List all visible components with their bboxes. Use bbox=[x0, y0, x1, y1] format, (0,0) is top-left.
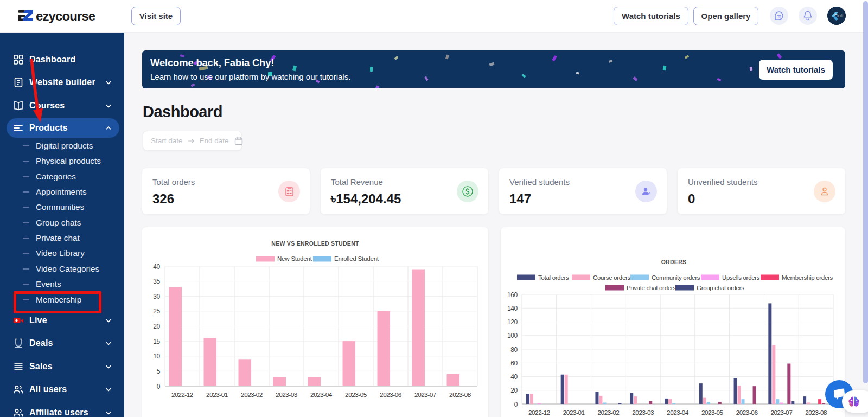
svg-text:5: 5 bbox=[157, 368, 161, 375]
svg-text:2023-04: 2023-04 bbox=[310, 391, 333, 399]
svg-text:15: 15 bbox=[153, 338, 160, 345]
svg-text:100: 100 bbox=[507, 332, 518, 339]
svg-text:2023-05: 2023-05 bbox=[701, 409, 724, 416]
svg-text:2022-12: 2022-12 bbox=[171, 391, 193, 399]
svg-text:35: 35 bbox=[153, 278, 160, 285]
svg-text:New Student: New Student bbox=[277, 255, 312, 262]
svg-text:ORDERS: ORDERS bbox=[661, 259, 687, 265]
svg-text:2023-02: 2023-02 bbox=[598, 409, 620, 416]
svg-text:2023-07: 2023-07 bbox=[770, 409, 792, 416]
svg-text:2023-03: 2023-03 bbox=[276, 391, 298, 399]
svg-text:0: 0 bbox=[157, 383, 161, 390]
svg-text:160: 160 bbox=[507, 291, 518, 299]
svg-text:2023-06: 2023-06 bbox=[736, 409, 758, 416]
svg-text:30: 30 bbox=[153, 293, 160, 300]
svg-text:2023-08: 2023-08 bbox=[449, 391, 471, 399]
svg-text:2023-06: 2023-06 bbox=[380, 391, 402, 399]
svg-text:2023-02: 2023-02 bbox=[241, 391, 263, 399]
svg-text:2023-08: 2023-08 bbox=[805, 409, 827, 416]
svg-text:0: 0 bbox=[514, 401, 518, 408]
svg-text:Community orders: Community orders bbox=[652, 274, 700, 281]
svg-text:Group chat orders: Group chat orders bbox=[697, 285, 744, 291]
svg-text:2023-05: 2023-05 bbox=[345, 391, 367, 399]
svg-text:NEW VS ENROLLED STUDENT: NEW VS ENROLLED STUDENT bbox=[271, 240, 359, 247]
svg-text:2023-07: 2023-07 bbox=[414, 391, 436, 399]
svg-text:2022-12: 2022-12 bbox=[528, 409, 550, 416]
svg-text:2023-01: 2023-01 bbox=[206, 391, 228, 399]
svg-text:10: 10 bbox=[153, 352, 160, 360]
svg-text:2023-01: 2023-01 bbox=[563, 409, 585, 416]
svg-text:20: 20 bbox=[153, 323, 160, 330]
svg-text:2023-03: 2023-03 bbox=[632, 409, 654, 416]
svg-text:Private chat orders: Private chat orders bbox=[627, 285, 676, 291]
svg-text:2023-04: 2023-04 bbox=[667, 409, 689, 416]
svg-text:Upsells orders: Upsells orders bbox=[722, 274, 760, 281]
svg-text:Flutt: Flutt bbox=[834, 13, 844, 18]
svg-text:20: 20 bbox=[510, 387, 518, 394]
svg-text:Membership orders: Membership orders bbox=[782, 274, 833, 281]
svg-text:40: 40 bbox=[510, 373, 518, 381]
svg-text:80: 80 bbox=[510, 346, 518, 354]
svg-text:Course orders: Course orders bbox=[593, 274, 631, 281]
svg-text:Enrolled Student: Enrolled Student bbox=[334, 255, 379, 262]
svg-text:ezycourse: ezycourse bbox=[36, 10, 95, 23]
svg-text:Total orders: Total orders bbox=[538, 274, 569, 281]
svg-text:40: 40 bbox=[153, 263, 160, 271]
svg-text:140: 140 bbox=[507, 305, 518, 312]
svg-text:60: 60 bbox=[510, 360, 518, 367]
svg-text:25: 25 bbox=[153, 307, 160, 315]
svg-text:120: 120 bbox=[507, 318, 518, 326]
